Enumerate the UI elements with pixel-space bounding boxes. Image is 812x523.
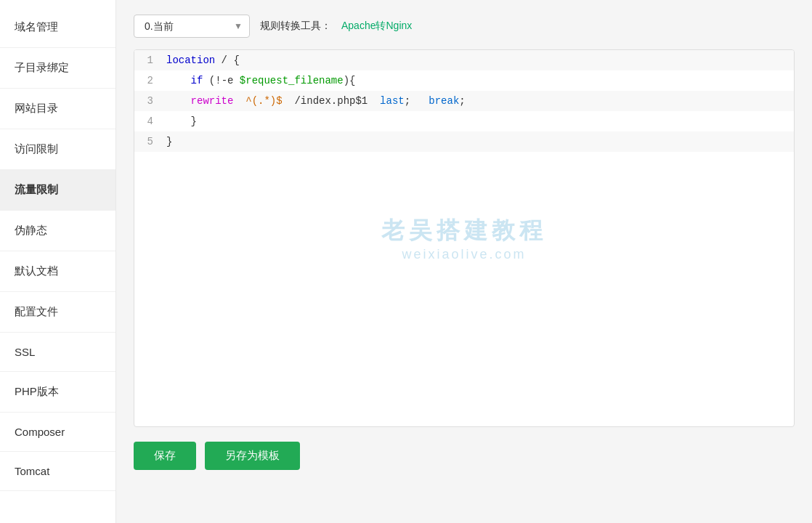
code-line-3: 3 rewrite ^(.*)$ /index.php$1 last; brea…	[134, 91, 794, 111]
line-number-5: 5	[134, 131, 163, 152]
sidebar-item-domain-management[interactable]: 域名管理	[0, 7, 115, 48]
line-number-2: 2	[134, 70, 163, 91]
sidebar-item-subdirectory-binding[interactable]: 子目录绑定	[0, 48, 115, 89]
main-content: 0.当前 1.备份1 2.备份2 ▼ 规则转换工具： Apache转Nginx …	[116, 0, 812, 523]
watermark-text-chinese: 老吴搭建教程	[381, 215, 547, 247]
sidebar-item-pseudo-static[interactable]: 伪静态	[0, 211, 115, 251]
toolbar-row: 0.当前 1.备份1 2.备份2 ▼ 规则转换工具： Apache转Nginx	[134, 15, 795, 38]
code-editor-container: 1 location / { 2 if (!-e $request_filena…	[134, 49, 795, 427]
config-select[interactable]: 0.当前 1.备份1 2.备份2	[134, 15, 250, 38]
sidebar-item-default-document[interactable]: 默认文档	[0, 251, 115, 292]
line-number-1: 1	[134, 50, 163, 70]
sidebar-item-composer[interactable]: Composer	[0, 413, 115, 452]
line-content-5: }	[163, 131, 794, 152]
config-select-wrapper: 0.当前 1.备份1 2.备份2 ▼	[134, 15, 250, 38]
sidebar-item-ssl[interactable]: SSL	[0, 333, 115, 372]
rule-converter-link[interactable]: Apache转Nginx	[341, 20, 412, 33]
sidebar-item-config-file[interactable]: 配置文件	[0, 292, 115, 333]
watermark: 老吴搭建教程 weixiaolive.com	[381, 215, 547, 262]
line-content-3: rewrite ^(.*)$ /index.php$1 last; break;	[163, 91, 794, 111]
sidebar-item-tomcat[interactable]: Tomcat	[0, 452, 115, 491]
code-line-5: 5 }	[134, 131, 794, 152]
line-content-1: location / {	[163, 50, 794, 70]
sidebar-item-access-restriction[interactable]: 访问限制	[0, 129, 115, 170]
code-editor[interactable]: 1 location / { 2 if (!-e $request_filena…	[134, 50, 794, 152]
button-row: 保存 另存为模板	[134, 442, 795, 470]
line-content-2: if (!-e $request_filename){	[163, 70, 794, 91]
line-content-4: }	[163, 111, 794, 131]
sidebar-item-website-directory[interactable]: 网站目录	[0, 89, 115, 129]
code-line-4: 4 }	[134, 111, 794, 131]
sidebar-item-traffic-limit[interactable]: 流量限制	[0, 170, 115, 211]
line-number-4: 4	[134, 111, 163, 131]
rule-converter-label: 规则转换工具：	[260, 20, 331, 33]
line-number-3: 3	[134, 91, 163, 111]
sidebar: 域名管理 子目录绑定 网站目录 访问限制 流量限制 伪静态 默认文档 配置文件 …	[0, 0, 116, 523]
save-as-template-button[interactable]: 另存为模板	[205, 442, 300, 470]
code-line-1: 1 location / {	[134, 50, 794, 70]
sidebar-item-php-version[interactable]: PHP版本	[0, 372, 115, 413]
code-line-2: 2 if (!-e $request_filename){	[134, 70, 794, 91]
save-button[interactable]: 保存	[134, 442, 196, 470]
watermark-text-url: weixiaolive.com	[381, 247, 547, 262]
